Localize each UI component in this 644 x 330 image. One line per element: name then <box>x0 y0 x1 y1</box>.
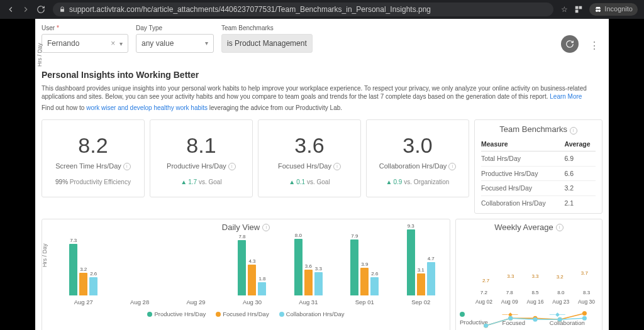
table-row: Productive Hrs/Day6.6 <box>481 166 596 181</box>
refresh-button[interactable] <box>561 35 579 53</box>
table-row: Total Hrs/Day6.9 <box>481 151 596 166</box>
daytype-label: Day Type <box>136 24 214 33</box>
intro-section: Personal Insights into Working Better Th… <box>42 69 602 112</box>
info-icon[interactable]: i <box>570 127 577 135</box>
url-text: support.activtrak.com/hc/article_attachm… <box>69 4 431 15</box>
line-value-label: 3.3 <box>531 273 538 280</box>
category-label: Aug 29 <box>186 298 205 306</box>
bar: 7.9 <box>350 239 358 295</box>
bar: 2.6 <box>370 277 379 295</box>
metric-label: Productive Hrs/Day i <box>167 162 236 171</box>
svg-point-11 <box>508 316 513 321</box>
daily-legend: Productive Hrs/DayFocused Hrs/DayCollabo… <box>46 310 446 318</box>
bar: 2.6 <box>89 277 97 295</box>
lock-icon <box>59 6 65 13</box>
bar-group: 9.33.14.7Sep 02 <box>400 225 442 306</box>
line-value-label: 3.3 <box>507 273 514 280</box>
info-icon[interactable]: i <box>228 163 236 170</box>
user-label: User * <box>42 24 128 33</box>
extensions-icon[interactable] <box>574 5 583 14</box>
metric-value: 8.1 <box>186 131 216 161</box>
legend-item: Collaboration Hrs/Day <box>279 310 345 318</box>
chevron-down-icon: ▾ <box>119 40 123 47</box>
category-label: Aug 28 <box>130 298 149 306</box>
work-wiser-link[interactable]: work wiser and develop healthy work habi… <box>86 104 208 111</box>
bar: 7.8 <box>238 240 246 295</box>
intro-body: This dashboard provides unique insights … <box>42 84 602 101</box>
user-select[interactable]: Fernando × ▾ <box>42 34 128 53</box>
metric-card: 8.1 Productive Hrs/Day i ▲1.7 vs. Goal <box>150 119 253 197</box>
bar: 3.9 <box>360 268 369 295</box>
category-label: Aug 27 <box>74 298 93 306</box>
category-label: Sep 01 <box>355 298 374 306</box>
metric-card: 3.0 Collaboration Hrs/Day i ▲0.9 vs. Org… <box>366 119 469 197</box>
legend-item: Focused Hrs/Day <box>216 310 269 318</box>
line-value-label: 3.2 <box>557 273 564 280</box>
weekly-title: Weekly Average i <box>460 222 598 233</box>
y-axis-label: Hrs / Day <box>36 43 44 67</box>
star-icon[interactable]: ☆ <box>561 4 568 15</box>
page-title: Personal Insights into Working Better <box>42 69 602 82</box>
svg-point-4 <box>598 9 601 12</box>
daytype-value: any value <box>142 38 174 49</box>
metric-label: Collaboration Hrs/Day i <box>379 162 457 171</box>
bench-head-measure: Measure <box>481 138 555 151</box>
bar-group: 8.03.63.3Aug 31 <box>287 225 330 306</box>
back-icon[interactable] <box>6 5 15 14</box>
bar-group: Aug 29 <box>175 225 217 306</box>
category-label: Aug 30 <box>243 298 262 306</box>
svg-point-14 <box>582 316 587 321</box>
line-value-label: 3.7 <box>581 270 588 277</box>
forward-icon[interactable] <box>21 5 30 14</box>
clear-icon[interactable]: × <box>111 39 115 48</box>
bar: 7.3 <box>69 244 77 295</box>
daytype-select[interactable]: any value ▾ <box>136 34 214 53</box>
bar: 9.3 <box>407 229 415 295</box>
metric-card: 3.6 Focused Hrs/Day i ▲0.1 vs. Goal <box>258 119 361 197</box>
line-overlay <box>474 236 597 330</box>
info-icon[interactable]: i <box>556 224 564 231</box>
bar-group: Aug 28 <box>118 225 160 306</box>
bar-group: 7.84.31.8Aug 30 <box>231 225 273 306</box>
bar: 8.0 <box>294 239 303 295</box>
incognito-icon <box>594 6 602 13</box>
chevron-down-icon: ▾ <box>205 39 208 48</box>
incognito-label: Incognito <box>604 4 633 14</box>
benchmark-table: Measure Average Total Hrs/Day6.9Producti… <box>481 138 596 210</box>
bar: 3.1 <box>417 273 425 295</box>
bench-head-average: Average <box>555 138 596 151</box>
svg-point-12 <box>533 317 537 322</box>
intro-tip: Find out how to work wiser and develop h… <box>42 104 602 113</box>
legend-item: Productive Hrs/Day <box>147 310 206 318</box>
incognito-badge: Incognito <box>589 3 638 15</box>
svg-point-13 <box>558 317 562 322</box>
svg-rect-0 <box>575 6 579 9</box>
svg-rect-2 <box>575 10 579 13</box>
svg-point-3 <box>596 9 598 12</box>
metric-value: 3.6 <box>294 131 324 161</box>
bench-filter-button[interactable]: is Product Management <box>221 34 313 53</box>
metric-label: Focused Hrs/Day i <box>278 162 341 171</box>
url-bar[interactable]: support.activtrak.com/hc/article_attachm… <box>53 3 553 16</box>
bar-group: 7.33.22.6Aug 27 <box>62 225 104 306</box>
metric-value: 3.0 <box>402 131 432 161</box>
bench-label: Team Benchmarks <box>221 24 313 33</box>
category-label: Aug 31 <box>299 298 318 306</box>
reload-icon[interactable] <box>36 5 45 14</box>
refresh-icon <box>565 40 574 48</box>
learn-more-link[interactable]: Learn More <box>550 93 582 100</box>
category-label: Sep 02 <box>411 298 430 306</box>
info-icon[interactable]: i <box>123 163 131 170</box>
svg-rect-1 <box>579 6 582 9</box>
metrics-row: 8.2 Screen Time Hrs/Day i 99% Productivi… <box>42 119 602 214</box>
info-icon[interactable]: i <box>333 163 341 170</box>
svg-point-9 <box>582 311 587 316</box>
metric-value: 8.2 <box>78 131 108 161</box>
daily-view-chart: Daily View i Hrs / Day 7.33.22.6Aug 27Au… <box>42 219 450 330</box>
bar: 3.3 <box>314 272 323 295</box>
more-menu[interactable]: ⋮ <box>586 39 602 53</box>
info-icon[interactable]: i <box>448 163 456 170</box>
table-row: Focused Hrs/Day3.2 <box>481 181 596 196</box>
browser-chrome: support.activtrak.com/hc/article_attachm… <box>0 0 644 19</box>
bar: 3.2 <box>79 273 87 295</box>
